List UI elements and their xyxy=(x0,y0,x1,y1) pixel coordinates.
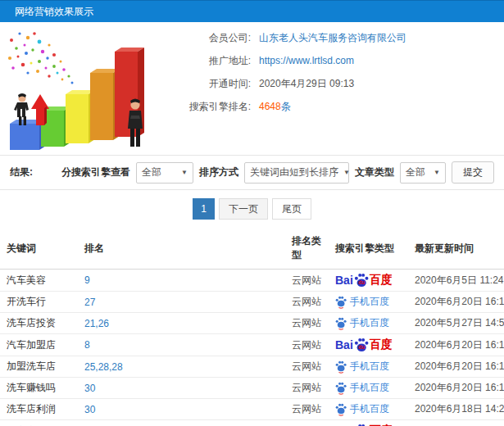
next-page-button[interactable]: 下一页 xyxy=(219,198,268,220)
page-1-button[interactable]: 1 xyxy=(193,198,215,220)
filter-bar: 结果: 分搜索引擎查看 全部 ▼ 排序方式 关键词由短到长排序 ▼ 文章类型 全… xyxy=(0,155,504,190)
updated-cell: 2020年6月5日 11:24 xyxy=(408,270,504,292)
keyword-cell: 汽车加盟店 xyxy=(0,334,78,356)
updated-cell: 2020年5月27日 14:58 xyxy=(408,313,504,334)
baidu-logo: Baidu百度 xyxy=(335,338,393,352)
engine-cell: Baidu百度 xyxy=(329,334,408,356)
mobile-baidu-paw-icon xyxy=(335,382,347,395)
rank-value-link[interactable]: 27 xyxy=(84,297,95,308)
table-row: 洗车店利润30云网站手机百度2020年6月18日 14:27 xyxy=(0,399,504,420)
column-header: 搜索引擎类型 xyxy=(329,228,408,270)
engine-filter-label: 分搜索引擎查看 xyxy=(61,165,130,179)
keyword-cell: 加盟洗车店 xyxy=(0,356,78,378)
rank-value-link[interactable]: 21,26 xyxy=(84,318,109,329)
mobile-baidu-paw-icon xyxy=(335,296,347,309)
sort-filter-select[interactable]: 关键词由短到长排序 ▼ xyxy=(244,162,349,184)
column-header: 关键词 xyxy=(0,228,78,270)
filter-controls: 分搜索引擎查看 全部 ▼ 排序方式 关键词由短到长排序 ▼ 文章类型 全部 ▼ … xyxy=(61,161,494,184)
svg-text:du: du xyxy=(358,279,365,285)
engine-cell: Baidu百度 xyxy=(329,420,408,426)
updated-cell: 2020年6月20日 16:12 xyxy=(408,378,504,399)
engine-cell: 手机百度 xyxy=(329,356,408,378)
article-type-value: 全部 xyxy=(406,165,425,179)
article-type-label: 文章类型 xyxy=(355,165,394,179)
updated-cell: 2020年6月18日 14:30 xyxy=(408,420,504,426)
table-row: 洗车店投资21,26云网站手机百度2020年5月27日 14:58 xyxy=(0,313,504,334)
engine-filter-value: 全部 xyxy=(142,165,161,179)
info-row: 推广地址:https://www.lrtlsd.com xyxy=(154,53,504,68)
mobile-baidu-label: 手机百度 xyxy=(350,381,389,395)
mobile-baidu-logo: 手机百度 xyxy=(335,381,389,395)
updated-cell: 2020年6月18日 14:27 xyxy=(408,399,504,420)
article-type-select[interactable]: 全部 ▼ xyxy=(400,162,446,184)
rank-cell: 3 xyxy=(78,420,285,426)
mobile-baidu-logo: 手机百度 xyxy=(335,295,389,309)
mobile-baidu-logo: 手机百度 xyxy=(335,402,389,416)
info-value[interactable]: https://www.lrtlsd.com xyxy=(259,53,354,68)
info-label: 搜索引擎排名: xyxy=(154,99,251,114)
engine-cell: 手机百度 xyxy=(329,378,408,399)
engine-filter-select[interactable]: 全部 ▼ xyxy=(136,162,193,184)
engine-cell: 手机百度 xyxy=(329,313,408,334)
updated-cell: 2020年6月20日 16:16 xyxy=(408,292,504,313)
rank-cell: 9 xyxy=(78,270,285,292)
rank-cell: 8 xyxy=(78,334,285,356)
baidu-logo-bai-text: Bai xyxy=(335,274,353,287)
baidu-logo-cn-text: 百度 xyxy=(370,273,393,288)
rank-value-link[interactable]: 30 xyxy=(84,383,95,394)
rank-value-link[interactable]: 9 xyxy=(84,274,90,286)
mobile-baidu-label: 手机百度 xyxy=(350,316,389,330)
rank-type-cell: 云网站 xyxy=(285,420,329,426)
baidu-paw-icon: du xyxy=(354,273,369,288)
submit-button[interactable]: 提交 xyxy=(452,161,494,184)
rank-type-cell: 云网站 xyxy=(285,313,329,334)
info-row: 搜索引擎排名:4648条 xyxy=(154,99,504,114)
rank-type-cell: 云网站 xyxy=(285,292,329,313)
info-row: 开通时间:2020年4月29日 09:13 xyxy=(154,76,504,91)
sort-filter-label: 排序方式 xyxy=(199,165,238,179)
updated-cell: 2020年6月20日 16:11 xyxy=(408,356,504,378)
rank-value-link[interactable]: 8 xyxy=(84,339,90,351)
info-value: 2020年4月29日 09:13 xyxy=(259,76,354,91)
rank-cell: 27 xyxy=(78,292,285,313)
ranking-table: 关键词排名排名类型搜索引擎类型最新更新时间 汽车美容9云网站Baidu百度202… xyxy=(0,228,504,426)
baidu-paw-icon: du xyxy=(354,338,369,352)
pagination: 1 下一页 尾页 xyxy=(0,190,504,228)
keyword-cell: 洗车店投资 xyxy=(0,313,78,334)
column-header: 排名类型 xyxy=(285,228,329,270)
chevron-down-icon: ▼ xyxy=(181,169,188,176)
updated-cell: 2020年6月20日 16:12 xyxy=(408,334,504,356)
keyword-cell: 洗车赚钱吗 xyxy=(0,378,78,399)
rank-value-link[interactable]: 30 xyxy=(84,404,95,415)
engine-cell: 手机百度 xyxy=(329,292,408,313)
chevron-down-icon: ▼ xyxy=(343,169,350,176)
last-page-button[interactable]: 尾页 xyxy=(272,198,311,220)
rank-type-cell: 云网站 xyxy=(285,399,329,420)
rank-value-link[interactable]: 25,28,28 xyxy=(84,361,123,373)
info-label: 推广地址: xyxy=(154,53,251,68)
baidu-logo: Baidu百度 xyxy=(335,273,393,288)
rank-cell: 30 xyxy=(78,399,285,420)
info-value[interactable]: 山东老人头汽车服务咨询有限公司 xyxy=(259,30,406,45)
rank-cell: 21,26 xyxy=(78,313,285,334)
rank-cell: 25,28,28 xyxy=(78,356,285,378)
engine-cell: 手机百度 xyxy=(329,399,408,420)
company-info: 会员公司:山东老人头汽车服务咨询有限公司推广地址:https://www.lrt… xyxy=(154,22,504,155)
topbar: 网络营销效果展示 xyxy=(0,0,504,22)
info-row: 会员公司:山东老人头汽车服务咨询有限公司 xyxy=(154,30,504,45)
baidu-logo-bai-text: Bai xyxy=(335,338,353,351)
chevron-down-icon: ▼ xyxy=(434,169,440,176)
rank-count: 4648 xyxy=(259,101,281,112)
mobile-baidu-paw-icon xyxy=(335,360,347,374)
svg-text:du: du xyxy=(358,344,365,350)
bar-chart-graphic xyxy=(3,25,152,153)
column-header: 排名 xyxy=(78,228,285,270)
table-row: 加盟洗车店25,28,28云网站手机百度2020年6月20日 16:11 xyxy=(0,356,504,378)
info-label: 会员公司: xyxy=(154,30,251,45)
mobile-baidu-logo: 手机百度 xyxy=(335,360,389,374)
keyword-cell: 洗车店利润 xyxy=(0,399,78,420)
rank-count-unit: 条 xyxy=(281,101,291,112)
mobile-baidu-label: 手机百度 xyxy=(350,360,389,374)
rank-type-cell: 云网站 xyxy=(285,378,329,399)
result-label: 结果: xyxy=(10,165,33,179)
